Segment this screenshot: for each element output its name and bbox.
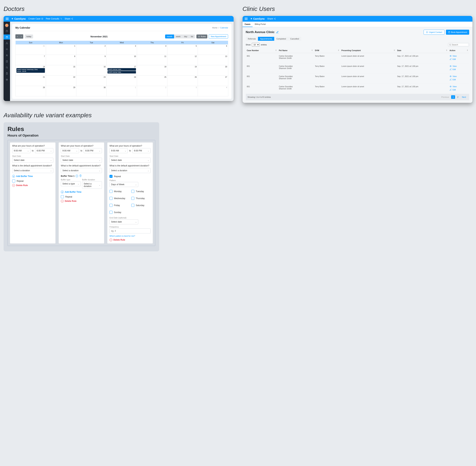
start-date-select[interactable]: Select date⌄ [61,158,102,163]
time-to-select[interactable]: 6:00 PM⌄ [132,148,151,153]
col-complaint[interactable]: Presenting Complaint▲▼ [340,48,396,53]
col-dvm[interactable]: DVM▲▼ [314,48,341,53]
cal-cell[interactable]: 2 [76,45,107,55]
sidebar-briefcase-icon[interactable] [4,28,10,34]
duration-select[interactable]: Select a duration⌄ [61,168,102,173]
view-month[interactable]: month [165,35,174,38]
sidebar-network-icon[interactable] [4,41,10,46]
share-link[interactable]: Share [65,18,73,20]
urgent-contact-button[interactable]: Urgent Contact [424,30,444,35]
sidebar-search-icon[interactable] [4,65,10,70]
help-link[interactable]: Which pattern is best for me? [110,235,151,237]
trash-icon[interactable] [79,175,82,177]
day-friday-checkbox[interactable] [110,204,112,207]
delete-rule-button[interactable]: −Delete Rule [110,238,151,241]
sidebar-calendar-icon[interactable] [4,35,10,39]
view-link[interactable]: View [450,75,468,77]
day-saturday-checkbox[interactable] [131,204,134,207]
cal-cell[interactable]: 5 [167,45,198,55]
cal-cell[interactable]: 23 [76,76,107,86]
cal-cell[interactable]: 27 [198,76,228,86]
view-list[interactable]: list [189,35,195,38]
add-buffer-button[interactable]: +Add Buffer Time [61,191,102,193]
edit-link[interactable]: Edit [450,58,468,60]
peer-consults-link[interactable]: Peer Consults [46,18,62,20]
sidebar-settings-icon[interactable] [4,47,10,52]
edit-icon[interactable] [276,31,279,34]
view-day[interactable]: day [182,35,189,38]
crumb-home[interactable]: Home [212,27,217,29]
avatar[interactable] [5,23,9,27]
sidebar-clipboard-icon[interactable] [4,71,10,76]
edit-link[interactable]: Edit [450,68,468,70]
duration-select[interactable]: Select a duration⌄ [110,168,151,173]
page-next[interactable]: Next [460,95,467,99]
cal-cell[interactable]: 28 [16,86,46,96]
subtab-cancelled[interactable]: Cancelled [288,37,301,41]
sidebar-user-icon[interactable] [4,53,10,58]
cal-cell[interactable]: 16 [76,65,107,76]
buffer-type-select[interactable]: Select a type⌄ [61,181,81,186]
cal-cell[interactable]: 17 North Avenue Vete… North Avenue Vete… [107,65,137,76]
page-size-select[interactable]: 10 [252,43,259,47]
search-box[interactable] [448,43,469,47]
time-from-select[interactable]: 9:00 AM⌄ [61,148,79,153]
rules-button[interactable]: Rules [196,35,207,38]
cal-cell[interactable]: 20 [198,65,228,76]
cal-cell[interactable]: 12 [167,55,198,65]
time-from-select[interactable]: 9:00 AM⌄ [110,148,128,153]
cal-cell[interactable]: 24 [107,76,137,86]
day-sunday-checkbox[interactable] [110,211,112,214]
start-date-select[interactable]: Select date⌄ [110,158,151,163]
prev-button[interactable]: ‹ [15,34,19,39]
day-wednesday-checkbox[interactable] [110,197,112,200]
cal-cell[interactable]: 25 [137,76,167,86]
new-appointment-button[interactable]: New Appointment [209,34,228,39]
cal-cell[interactable]: 4 [198,86,228,96]
cal-cell[interactable]: 19 [167,65,198,76]
col-case[interactable]: Case Number▲▼ [246,48,278,53]
calendar-event[interactable]: North Avenue Vete… [108,68,136,70]
tab-cases[interactable]: Cases [243,22,253,27]
repeat-checkbox[interactable]: ✓ [110,175,112,178]
view-link[interactable]: View [450,85,468,88]
cal-cell[interactable]: 13 [198,55,228,65]
create-case-link[interactable]: Create Case [28,18,43,20]
col-date[interactable]: Date▲▼ [396,48,448,53]
next-button[interactable]: › [19,34,23,39]
pattern-select[interactable]: Days of Week⌄ [110,182,138,187]
frequency-input[interactable] [110,228,151,233]
view-week[interactable]: week [174,35,182,38]
sidebar-target-icon[interactable] [4,77,10,82]
start-date-select[interactable]: Select date⌄ [12,158,53,163]
day-monday-checkbox[interactable] [110,190,112,193]
search-input[interactable] [452,44,468,46]
cal-cell[interactable]: 8 [46,55,76,65]
cal-cell[interactable]: 31 [16,45,46,55]
cal-cell[interactable]: 18 [137,65,167,76]
day-tuesday-checkbox[interactable] [131,190,134,193]
col-pet[interactable]: Pet Name▲▼ [278,48,314,53]
page-1[interactable]: 1 [451,95,455,99]
cal-cell[interactable]: 3 [167,86,198,96]
share-link[interactable]: Share [267,18,276,20]
view-link[interactable]: View [450,65,468,67]
cal-cell[interactable]: 9 [76,55,107,65]
cal-cell[interactable]: 22 [46,76,76,86]
cal-cell[interactable]: 3 [107,45,137,55]
page-2[interactable]: 2 [456,95,460,99]
cal-cell[interactable]: 7 [16,55,46,65]
page-prev[interactable]: Previous [440,95,451,99]
cal-cell[interactable]: 21 [16,76,46,86]
time-to-select[interactable]: 6:00 PM⌄ [35,148,53,153]
cal-cell[interactable]: 6 [198,45,228,55]
end-date-select[interactable]: Select date⌄ [110,219,138,224]
calendar-event[interactable]: North Avenue Veterinary Clinic 00:00 - 0… [16,68,45,73]
tab-billing[interactable]: Billing Portal [253,22,268,27]
cal-cell[interactable]: 29 [46,86,76,96]
book-appointment-button[interactable]: Book Appointment [446,30,469,35]
menu-icon[interactable] [6,18,9,20]
cal-cell[interactable]: 15 [46,65,76,76]
duration-select[interactable]: Select a duration⌄ [12,168,53,173]
subtab-appointments[interactable]: Appointments [258,37,274,41]
